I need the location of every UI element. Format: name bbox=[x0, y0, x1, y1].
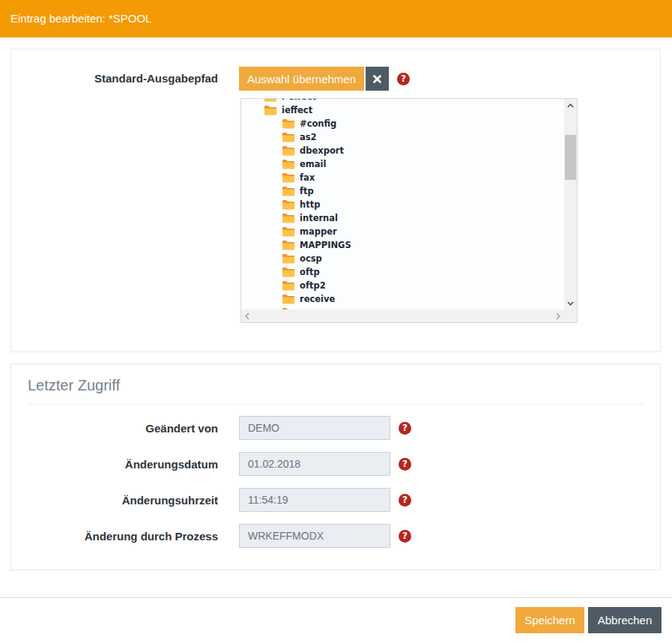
folder-icon bbox=[282, 186, 295, 196]
apply-selection-button[interactable]: Auswahl übernehmen bbox=[239, 67, 364, 91]
folder-icon bbox=[282, 159, 295, 169]
page-title: Eintrag bearbeiten: *SPOOL bbox=[10, 0, 151, 37]
tree-item-dbexport[interactable]: dbexport bbox=[241, 144, 564, 157]
output-path-label: Standard-Ausgabepfad bbox=[28, 67, 218, 91]
scroll-left-arrow-icon[interactable] bbox=[245, 313, 249, 320]
field-input[interactable] bbox=[239, 524, 390, 548]
tree-horizontal-scrollbar[interactable] bbox=[241, 310, 564, 322]
folder-icon bbox=[282, 226, 295, 237]
x-mark-icon bbox=[372, 74, 382, 84]
last-access-heading: Letzter Zugriff bbox=[28, 377, 644, 394]
tree-item-as2[interactable]: as2 bbox=[241, 130, 564, 144]
field-row: Änderung durch Prozess ? bbox=[11, 524, 660, 548]
tree-item-ocsp[interactable]: ocsp bbox=[241, 252, 564, 265]
tree-item-ieffect[interactable]: ieffect bbox=[241, 103, 564, 117]
tree-item-internal[interactable]: internal bbox=[241, 211, 564, 225]
field-label: Änderungsdatum bbox=[28, 458, 218, 471]
help-icon[interactable]: ? bbox=[399, 494, 411, 507]
scroll-down-arrow-icon[interactable] bbox=[564, 297, 577, 310]
field-label: Änderung durch Prozess bbox=[28, 530, 218, 543]
tree-item-oftp2[interactable]: oftp2 bbox=[241, 279, 564, 292]
last-access-card: Letzter Zugriff Geändert von ? Änderungs… bbox=[10, 363, 661, 570]
scroll-right-arrow-icon[interactable] bbox=[556, 313, 560, 320]
vertical-scrollbar-thumb[interactable] bbox=[565, 135, 576, 180]
folder-icon bbox=[282, 145, 295, 156]
folder-icon bbox=[282, 118, 295, 129]
page-header: Eintrag bearbeiten: *SPOOL bbox=[0, 0, 672, 37]
help-icon[interactable]: ? bbox=[399, 458, 411, 471]
field-label: Änderungsuhrzeit bbox=[28, 494, 218, 507]
field-row: Geändert von ? bbox=[11, 416, 660, 440]
output-path-card: Standard-Ausgabepfad Auswahl übernehmen … bbox=[10, 49, 661, 352]
footer-divider bbox=[0, 597, 672, 598]
tree-item--config[interactable]: #config bbox=[241, 117, 564, 130]
tree-item-email[interactable]: email bbox=[241, 157, 564, 171]
folder-icon bbox=[282, 267, 295, 277]
field-input[interactable] bbox=[239, 416, 390, 440]
help-icon[interactable]: ? bbox=[397, 73, 410, 85]
folder-icon bbox=[264, 105, 277, 115]
field-input[interactable] bbox=[239, 452, 390, 476]
folder-icon bbox=[282, 213, 295, 223]
tree-vertical-scrollbar[interactable] bbox=[564, 99, 577, 310]
help-icon[interactable]: ? bbox=[399, 422, 411, 435]
tree-item-mappings[interactable]: MAPPINGS bbox=[241, 238, 564, 252]
tree-item-receive[interactable]: receive bbox=[241, 292, 564, 306]
tree-item-http[interactable]: http bbox=[241, 198, 564, 211]
cancel-button[interactable]: Abbrechen bbox=[588, 607, 662, 633]
folder-icon bbox=[282, 240, 295, 250]
edit-entry-page: Eintrag bearbeiten: *SPOOL Standard-Ausg… bbox=[0, 0, 672, 643]
clear-selection-button[interactable] bbox=[366, 67, 389, 91]
tree-item-mapper[interactable]: mapper bbox=[241, 225, 564, 238]
save-button[interactable]: Speichern bbox=[515, 607, 584, 633]
folder-icon bbox=[282, 253, 295, 264]
scroll-up-arrow-icon[interactable] bbox=[564, 99, 577, 112]
folder-icon bbox=[282, 172, 295, 183]
help-icon[interactable]: ? bbox=[399, 530, 411, 543]
heading-divider bbox=[28, 404, 644, 405]
field-row: Änderungsuhrzeit ? bbox=[11, 488, 660, 512]
tree-item-ftp[interactable]: ftp bbox=[241, 184, 564, 198]
tree-rows: i-effectieffect#configas2dbexportemailfa… bbox=[241, 99, 564, 310]
folder-tree: i-effectieffect#configas2dbexportemailfa… bbox=[240, 98, 578, 323]
field-row: Änderungsdatum ? bbox=[11, 452, 660, 476]
folder-icon bbox=[282, 132, 295, 142]
folder-icon bbox=[264, 99, 277, 102]
folder-icon bbox=[282, 280, 295, 291]
tree-item-fax[interactable]: fax bbox=[241, 171, 564, 184]
tree-item-oftp[interactable]: oftp bbox=[241, 265, 564, 279]
last-access-fields: Geändert von ? Änderungsdatum ? Änderung… bbox=[11, 416, 660, 548]
folder-icon bbox=[282, 294, 295, 304]
scrollbar-corner bbox=[564, 310, 577, 322]
field-label: Geändert von bbox=[28, 422, 218, 435]
folder-icon bbox=[282, 199, 295, 210]
field-input[interactable] bbox=[239, 488, 390, 512]
